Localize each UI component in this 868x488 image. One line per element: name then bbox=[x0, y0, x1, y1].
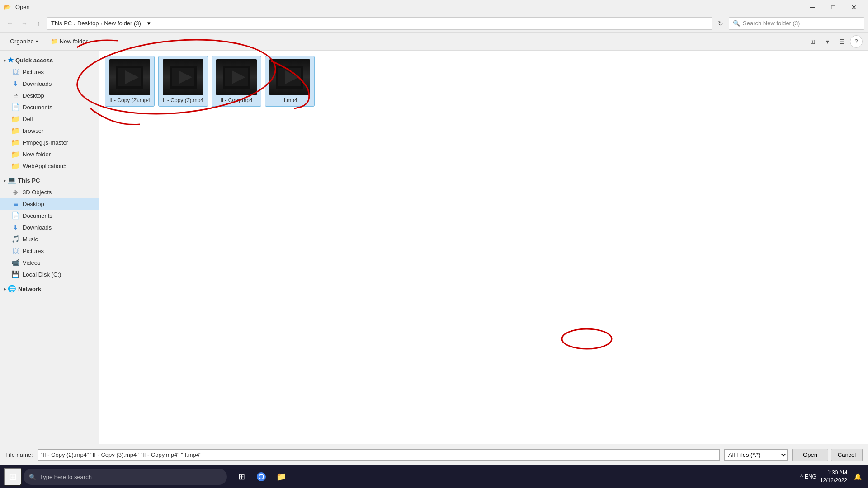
new-folder-folder-icon: 📁 bbox=[11, 150, 20, 159]
file-thumbnail-3 bbox=[269, 59, 310, 95]
view-large-button[interactable]: ⊞ bbox=[807, 35, 819, 48]
pictures-pc-icon: 🖼 bbox=[11, 247, 20, 255]
disk-icon: 💾 bbox=[11, 270, 20, 278]
quick-access-label: Quick access bbox=[15, 57, 53, 64]
video-thumb-3 bbox=[269, 59, 310, 95]
close-button[interactable]: ✕ bbox=[844, 0, 864, 14]
search-icon: 🔍 bbox=[733, 20, 740, 27]
lang-label[interactable]: ENG bbox=[805, 474, 816, 480]
local-disk-label: Local Disk (C:) bbox=[23, 271, 61, 278]
breadcrumb-folder[interactable]: New folder (3) bbox=[104, 20, 141, 27]
file-item-0[interactable]: II - Copy (2).mp4 bbox=[105, 56, 155, 107]
content-area[interactable]: II - Copy (2).mp4 II - Copy (3).mp4 bbox=[99, 51, 868, 444]
bottom-buttons: Open Cancel bbox=[792, 449, 863, 461]
taskbar-search[interactable]: 🔍 Type here to search bbox=[24, 469, 227, 485]
music-icon: 🎵 bbox=[11, 235, 20, 243]
video-thumb-0 bbox=[109, 59, 150, 95]
back-button[interactable]: ← bbox=[4, 17, 16, 30]
title-bar-title: Open bbox=[14, 4, 802, 10]
taskbar-clock[interactable]: 1:30 AM 12/12/2022 bbox=[820, 469, 847, 484]
network-header[interactable]: ▸ 🌐 Network bbox=[0, 283, 99, 295]
sidebar-item-pictures-pc[interactable]: 🖼 Pictures bbox=[0, 245, 99, 257]
toolbar-right: ⊞ ▾ ☰ ? bbox=[807, 35, 863, 48]
sidebar-item-videos[interactable]: 📹 Videos bbox=[0, 257, 99, 268]
view-dropdown-button[interactable]: ▾ bbox=[821, 35, 834, 48]
organize-button[interactable]: Organize ▾ bbox=[5, 35, 42, 48]
sidebar-item-new-folder[interactable]: 📁 New folder bbox=[0, 148, 99, 160]
quick-access-header[interactable]: ▸ ★ Quick access bbox=[0, 54, 99, 66]
maximize-button[interactable]: □ bbox=[823, 0, 844, 14]
file-type-select[interactable]: All Files (*.*) bbox=[724, 449, 788, 461]
breadcrumb-sep-1: › bbox=[74, 21, 75, 26]
help-button[interactable]: ? bbox=[850, 35, 863, 48]
quick-access-chevron: ▸ bbox=[4, 58, 6, 63]
downloads-pc-icon: ⬇ bbox=[11, 223, 20, 231]
sidebar-item-documents-pc[interactable]: 📄 Documents bbox=[0, 210, 99, 221]
sidebar-item-3dobjects[interactable]: ◈ 3D Objects bbox=[0, 186, 99, 198]
sidebar-item-local-disk[interactable]: 💾 Local Disk (C:) bbox=[0, 268, 99, 280]
open-button[interactable]: Open bbox=[792, 449, 828, 461]
browser-folder-icon: 📁 bbox=[11, 127, 20, 135]
taskbar-app-widgets[interactable]: ⊞ bbox=[232, 468, 250, 486]
pictures-pc-label: Pictures bbox=[23, 248, 44, 254]
cancel-button[interactable]: Cancel bbox=[831, 449, 863, 461]
sidebar-item-ffmpeg[interactable]: 📁 Ffmpeg.js-master bbox=[0, 136, 99, 148]
sidebar-item-documents-quick[interactable]: 📄 Documents 📌 bbox=[0, 101, 99, 113]
videos-icon: 📹 bbox=[11, 258, 20, 267]
notification-center-button[interactable]: 🔔 bbox=[851, 470, 864, 483]
sidebar-item-desktop-pc[interactable]: 🖥 Desktop bbox=[0, 198, 99, 210]
breadcrumb-thispc[interactable]: This PC bbox=[51, 20, 72, 27]
start-button[interactable]: ⊞ bbox=[4, 468, 22, 486]
network-chevron: ▸ bbox=[4, 286, 6, 291]
sidebar-item-downloads-quick[interactable]: ⬇ Downloads 📌 bbox=[0, 78, 99, 89]
desktop-pc-icon: 🖥 bbox=[11, 200, 20, 208]
up-button[interactable]: ↑ bbox=[33, 17, 45, 30]
file-thumbnail-1 bbox=[163, 59, 203, 95]
taskbar-app-chrome[interactable] bbox=[252, 468, 270, 486]
file-name-input[interactable] bbox=[38, 449, 720, 461]
breadcrumb-desktop[interactable]: Desktop bbox=[77, 20, 99, 27]
breadcrumb-sep-2: › bbox=[101, 21, 103, 26]
sidebar: ▸ ★ Quick access 🖼 Pictures 📌 ⬇ Download… bbox=[0, 51, 99, 444]
documents-pc-label: Documents bbox=[23, 212, 52, 219]
documents-label: Documents bbox=[23, 104, 52, 111]
sidebar-item-desktop-quick[interactable]: 🖥 Desktop 📌 bbox=[0, 89, 99, 101]
webapp-label: WebApplication5 bbox=[23, 163, 66, 169]
file-item-2[interactable]: II - Copy.mp4 bbox=[212, 56, 261, 107]
view-details-button[interactable]: ☰ bbox=[835, 35, 848, 48]
taskbar-app-explorer[interactable]: 📁 bbox=[272, 468, 290, 486]
file-thumbnail-0 bbox=[109, 59, 150, 95]
file-item-1[interactable]: II - Copy (3).mp4 bbox=[158, 56, 208, 107]
sidebar-item-downloads-pc[interactable]: ⬇ Downloads bbox=[0, 221, 99, 233]
forward-button[interactable]: → bbox=[18, 17, 31, 30]
network-icon: 🌐 bbox=[8, 285, 16, 293]
pictures-icon: 🖼 bbox=[11, 68, 20, 76]
browser-label: browser bbox=[23, 127, 43, 134]
quick-access-icon: ★ bbox=[8, 56, 14, 64]
pictures-label: Pictures bbox=[23, 69, 44, 75]
this-pc-header[interactable]: ▸ 💻 This PC bbox=[0, 174, 99, 186]
new-folder-button[interactable]: 📁 New folder bbox=[46, 35, 92, 48]
desktop-label: Desktop bbox=[23, 92, 44, 99]
dell-folder-icon: 📁 bbox=[11, 115, 20, 123]
file-thumbnail-2 bbox=[216, 59, 257, 95]
sidebar-item-pictures-quick[interactable]: 🖼 Pictures 📌 bbox=[0, 66, 99, 78]
main-layout: ▸ ★ Quick access 🖼 Pictures 📌 ⬇ Download… bbox=[0, 51, 868, 444]
3dobjects-label: 3D Objects bbox=[23, 189, 52, 196]
file-item-3[interactable]: II.mp4 bbox=[265, 56, 315, 107]
search-bar[interactable]: 🔍 Search New folder (3) bbox=[729, 17, 864, 30]
sidebar-item-music[interactable]: 🎵 Music bbox=[0, 233, 99, 245]
sidebar-item-webapp[interactable]: 📁 WebApplication5 bbox=[0, 160, 99, 172]
webapp-folder-icon: 📁 bbox=[11, 162, 20, 170]
sidebar-item-browser[interactable]: 📁 browser bbox=[0, 125, 99, 136]
svg-point-14 bbox=[259, 475, 263, 479]
new-folder-label: New folder bbox=[60, 38, 88, 45]
sidebar-item-dell[interactable]: 📁 Dell 📌 bbox=[0, 113, 99, 125]
refresh-button[interactable]: ↻ bbox=[714, 17, 727, 30]
minimize-button[interactable]: ─ bbox=[802, 0, 823, 14]
taskbar-search-icon: 🔍 bbox=[29, 474, 36, 480]
ffmpeg-folder-icon: 📁 bbox=[11, 138, 20, 147]
sys-tray-expand[interactable]: ^ bbox=[800, 474, 803, 480]
explorer-icon: 📁 bbox=[276, 472, 286, 482]
breadcrumb-dropdown[interactable]: ▾ bbox=[145, 19, 154, 28]
